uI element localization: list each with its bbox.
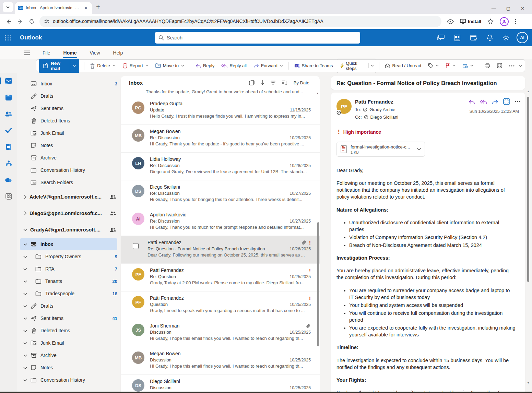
filter-icon[interactable] <box>270 81 276 85</box>
sort-options-icon[interactable] <box>282 80 288 85</box>
folder-item[interactable]: Conversation History <box>20 374 117 386</box>
folder-item[interactable]: Tradespeople 18 <box>20 287 117 300</box>
scroll-down-arrow[interactable]: ▼ <box>527 381 530 384</box>
browser-menu-icon[interactable] <box>515 19 516 24</box>
quick-steps-dropdown-icon[interactable] <box>368 63 376 68</box>
tab-close-icon[interactable]: ✕ <box>83 5 89 11</box>
email-list-item[interactable]: MB Megan Bowen Discussion 10/25/2 <box>121 347 320 375</box>
chevron-down-icon[interactable] <box>23 267 27 271</box>
scroll-up-arrow[interactable]: ▲ <box>316 92 319 95</box>
app-launcher-icon[interactable] <box>0 35 16 40</box>
new-mail-dropdown-icon[interactable] <box>70 59 79 73</box>
more-actions-icon[interactable] <box>515 101 520 102</box>
chevron-down-icon[interactable] <box>23 305 27 308</box>
chevron-down-icon[interactable] <box>23 354 27 357</box>
chevron-right-icon[interactable] <box>23 195 27 199</box>
folder-item[interactable]: Drafts <box>20 300 117 312</box>
apps-grid-icon[interactable] <box>503 98 510 105</box>
account-item-gradya[interactable]: GradyA@qpn1.onmicrosoft.... <box>17 222 121 238</box>
sort-direction-icon[interactable] <box>260 80 264 85</box>
select-mode-icon[interactable] <box>249 80 255 85</box>
chevron-down-icon[interactable] <box>23 243 27 246</box>
email-list-item[interactable]: PG Pradeep Gupta Update 11/15/202 <box>121 97 320 125</box>
folder-item[interactable]: Junk Email <box>20 337 117 349</box>
new-mail-button[interactable]: New mail <box>39 59 79 73</box>
chevron-down-icon[interactable] <box>23 280 27 283</box>
email-list-item[interactable]: AI Apolon Ivankovic Re: Discussion <box>121 208 320 236</box>
org-explorer-app-icon[interactable] <box>3 159 14 167</box>
reply-all-button[interactable]: Reply all <box>218 61 249 70</box>
scroll-up-arrow[interactable]: ▲ <box>527 90 530 93</box>
previous-email-preview[interactable]: Thanks for the update, Grady! Great to h… <box>121 89 320 97</box>
chevron-down-icon[interactable] <box>23 228 27 231</box>
hamburger-icon[interactable] <box>24 50 30 55</box>
collapse-ribbon-icon[interactable] <box>519 65 522 67</box>
folder-item[interactable]: Drafts <box>20 90 117 102</box>
account-avatar[interactable]: AI <box>517 32 528 43</box>
folder-item[interactable]: Sent Items 41 <box>20 312 117 324</box>
folder-item[interactable]: Archive <box>20 349 117 361</box>
apps-grid-button[interactable] <box>494 61 505 70</box>
email-checkbox[interactable] <box>133 243 139 249</box>
todo-icon[interactable] <box>470 35 477 41</box>
folder-item[interactable]: Property Owners 9 <box>20 250 117 263</box>
reply-all-icon[interactable] <box>480 99 487 104</box>
email-list-scrollbar[interactable] <box>317 222 319 346</box>
read-unread-button[interactable]: Read / Unread <box>382 61 424 70</box>
settings-gear-icon[interactable] <box>503 34 509 41</box>
folder-item[interactable]: Inbox <box>20 238 117 250</box>
window-minimize-button[interactable]: — <box>492 6 496 11</box>
feed-icon[interactable] <box>454 35 461 41</box>
account-item-adelev[interactable]: AdeleV@qpn1.onmicrosoft.c... <box>17 189 121 205</box>
refresh-button[interactable] <box>29 19 35 24</box>
chevron-right-icon[interactable] <box>23 211 27 215</box>
folder-item[interactable]: Deleted Items <box>20 115 117 127</box>
chevron-down-icon[interactable] <box>23 255 27 258</box>
search-box[interactable] <box>155 32 360 44</box>
share-to-teams-button[interactable]: T Share to Teams <box>292 61 336 70</box>
flag-button[interactable] <box>443 61 458 70</box>
reading-pane-scrollbar[interactable] <box>527 97 529 282</box>
email-list-item[interactable]: DS Diego Siciliani Re: Discussion <box>121 180 320 208</box>
folder-item[interactable]: Inbox 3 <box>20 78 117 90</box>
chevron-down-icon[interactable] <box>23 292 27 295</box>
account-item-diegos[interactable]: DiegoS@qpn1.onmicrosoft.c... <box>17 205 121 222</box>
chevron-down-icon[interactable] <box>23 379 27 382</box>
people-app-icon[interactable] <box>3 110 14 118</box>
new-tab-button[interactable]: + <box>96 3 100 11</box>
quick-steps-button[interactable]: Quick steps <box>337 59 376 73</box>
site-settings-icon[interactable] <box>44 19 49 24</box>
mail-app-icon[interactable] <box>3 77 14 85</box>
bookmark-star-icon[interactable] <box>487 19 494 25</box>
email-list-item[interactable]: PF Patti Fernandez ! Question 10/2 <box>121 291 320 319</box>
forward-button[interactable] <box>17 19 23 25</box>
report-button[interactable]: Report <box>120 61 151 70</box>
reply-button[interactable]: Reply <box>193 61 217 70</box>
folder-item[interactable]: Conversation History <box>20 164 117 176</box>
chevron-down-icon[interactable] <box>23 317 27 320</box>
folder-item[interactable]: Deleted Items <box>20 324 117 337</box>
folder-item[interactable]: Notes <box>20 361 117 374</box>
email-list-item[interactable]: JS Joni Sherman Discussion 10/25/ <box>121 319 320 347</box>
forward-button-ribbon[interactable]: Forward <box>251 61 286 70</box>
folder-item[interactable]: Notes <box>20 139 117 152</box>
cc-recipient[interactable]: Diego Siciliani <box>370 115 399 120</box>
categorize-button[interactable] <box>425 61 441 70</box>
window-maximize-button[interactable]: ▢ <box>506 6 510 11</box>
back-button[interactable] <box>5 19 12 25</box>
folder-item[interactable]: Archive <box>20 152 117 164</box>
folder-item[interactable]: Tenants 20 <box>20 275 117 287</box>
address-bar[interactable]: outlook.office.com/mail/none/id/AAkALgAA… <box>39 16 441 27</box>
window-close-button[interactable]: ✕ <box>521 6 524 11</box>
email-list-item[interactable]: PF Patti Fernandez ! Re: Question <box>121 264 320 291</box>
menu-help[interactable]: Help <box>113 48 124 58</box>
sort-by-label[interactable]: By Date <box>294 80 309 85</box>
reading-mode-icon[interactable] <box>447 19 454 24</box>
menu-file[interactable]: File <box>42 48 51 58</box>
folder-item[interactable]: RTA 7 <box>20 263 117 275</box>
browser-tab[interactable]: Inbox - Apolon Ivankovic - Outl ✕ <box>15 2 92 14</box>
folder-item[interactable]: Sent Items <box>20 102 117 115</box>
files-app-icon[interactable] <box>3 143 14 151</box>
todo-app-icon[interactable] <box>3 126 14 134</box>
email-list-item[interactable]: DS Diego Siciliani Discussion 10/ <box>121 375 320 392</box>
